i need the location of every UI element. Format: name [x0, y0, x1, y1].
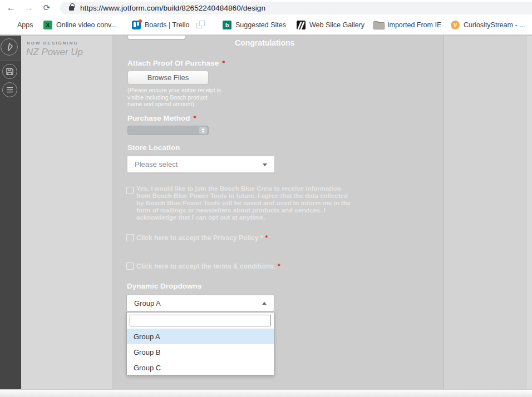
option-group-c[interactable]: Group C	[127, 360, 274, 375]
dynamic-dropdown-select[interactable]: Group A	[126, 295, 274, 311]
bookmark-suggested-sites[interactable]: b Suggested Sites	[223, 16, 286, 34]
chevron-up-icon	[262, 302, 267, 305]
store-location-select[interactable]: Please select	[127, 156, 275, 173]
privacy-policy-label: Click here to accept the Privacy Policy …	[136, 234, 268, 242]
form-name: NZ Power Up	[26, 47, 83, 58]
form-preview-canvas: Congratulations Attach Proof Of Purchase…	[113, 36, 443, 390]
browser-toolbar: ← → ⟳ https://www.jotform.com/build/8265…	[0, 0, 532, 16]
option-group-a[interactable]: Group A	[127, 329, 274, 344]
back-button[interactable]: ←	[4, 1, 18, 14]
reload-button[interactable]: ⟳	[40, 1, 53, 14]
attach-proof-label: Attach Proof Of Purchase*	[127, 59, 225, 67]
option-group-b[interactable]: Group B	[127, 344, 274, 360]
receipt-note: (Please ensure your entire receipt is vi…	[127, 87, 223, 108]
bosch-crew-checkbox[interactable]	[126, 187, 134, 194]
select-stepper-icon	[199, 127, 207, 134]
bookmark-imported-ie[interactable]: Imported From IE	[373, 16, 441, 34]
terms-label: Click here to accept the terms & conditi…	[136, 262, 280, 270]
bookmark-label: Web Slice Gallery	[309, 21, 364, 29]
bing-icon: b	[223, 21, 231, 29]
builder-sidebar	[0, 36, 21, 390]
scrollbar-track[interactable]	[526, 36, 532, 390]
purchase-method-label: Purchase Method*	[127, 114, 196, 122]
address-bar[interactable]: https://www.jotform.com/build/8265224048…	[60, 2, 532, 14]
lock-icon	[69, 6, 74, 11]
bookmark-web-slice[interactable]: Web Slice Gallery	[297, 16, 364, 34]
field-label-text: Click here to accept the terms & conditi…	[136, 262, 275, 270]
privacy-policy-checkbox[interactable]	[126, 234, 134, 241]
required-asterisk: *	[265, 234, 268, 242]
bookmark-online-video[interactable]: X Online video conv...	[43, 16, 117, 34]
pen-icon	[4, 42, 14, 52]
dropdown-search-input[interactable]	[130, 315, 271, 326]
bookmark-label: Suggested Sites	[235, 21, 286, 29]
curiositystream-icon: V	[451, 21, 460, 29]
hamburger-icon	[6, 87, 13, 93]
select-placeholder: Please select	[135, 160, 178, 168]
trello-icon	[132, 21, 141, 29]
now-designing-label: NOW DESIGNING	[27, 41, 78, 46]
dropdown-options-panel: Group A Group B Group C	[126, 312, 274, 375]
builder-content: NOW DESIGNING NZ Power Up Congratulation…	[0, 35, 532, 389]
bookmark-trello[interactable]: Boards | Trello	[132, 16, 189, 34]
field-label-text: Click here to accept the Privacy Policy …	[136, 234, 263, 242]
bookmark-label: Online video conv...	[56, 21, 117, 29]
video-converter-icon: X	[43, 21, 52, 29]
bookmark-label: Imported From IE	[387, 21, 441, 29]
design-pen-button[interactable]	[1, 38, 18, 56]
purchase-method-select[interactable]	[127, 126, 209, 135]
form-heading: Congratulations	[235, 38, 294, 47]
bosch-crew-consent-text: Yes, I would like to join the Bosch Blue…	[136, 185, 354, 221]
bookmark-label: Apps	[17, 21, 33, 29]
store-location-label: Store Location	[127, 143, 180, 152]
bookmark-label: CuriosityStream - ...	[464, 21, 525, 29]
browse-files-button[interactable]: Browse Files	[127, 71, 209, 85]
browser-window: ← → ⟳ https://www.jotform.com/build/8265…	[0, 0, 532, 397]
required-asterisk: *	[194, 114, 196, 122]
designer-left-panel: NOW DESIGNING NZ Power Up	[21, 36, 112, 390]
menu-button[interactable]	[2, 82, 17, 97]
field-label-text: Purchase Method	[127, 114, 190, 122]
text-input-partial[interactable]	[127, 36, 185, 39]
terms-checkbox[interactable]	[126, 262, 134, 270]
bookmarks-bar: Apps X Online video conv... Boards | Tre…	[0, 16, 532, 35]
save-icon	[6, 68, 13, 75]
field-label-text: Attach Proof Of Purchase	[127, 59, 219, 67]
dynamic-dropdowns-label: Dynamic Dropdowns	[127, 282, 201, 290]
bookmark-apps[interactable]: Apps	[6, 16, 33, 34]
right-panel	[444, 36, 532, 390]
bookmark-curiositystream[interactable]: V CuriosityStream - ...	[451, 16, 525, 34]
copy-pages-icon	[196, 21, 205, 29]
bookmark-unlabeled[interactable]	[196, 16, 205, 34]
chevron-down-icon	[263, 163, 267, 166]
window-bottom-strip	[0, 389, 532, 397]
save-button[interactable]	[2, 64, 17, 79]
bookmark-label: Boards | Trello	[145, 21, 189, 29]
required-asterisk: *	[222, 59, 225, 67]
url-text: https://www.jotform.com/build/8265224048…	[80, 4, 265, 12]
selected-option: Group A	[134, 299, 161, 307]
folder-icon	[373, 21, 383, 29]
web-slice-icon	[297, 21, 306, 29]
required-asterisk: *	[278, 262, 280, 270]
apps-grid-icon	[6, 21, 13, 29]
forward-button[interactable]: →	[22, 1, 36, 14]
